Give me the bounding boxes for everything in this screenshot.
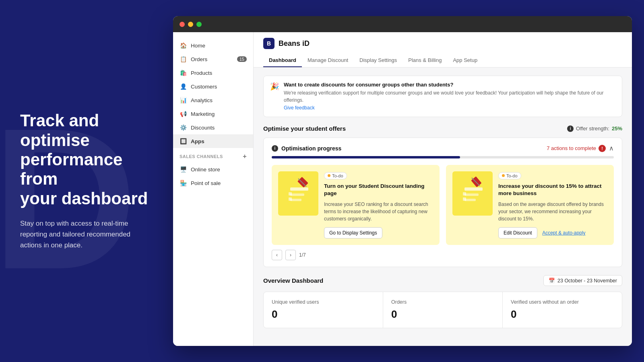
progress-card: i Optimisation progress 7 actions to com… [263, 138, 622, 267]
hero-heading: Track and optimise performance from your… [20, 111, 153, 208]
sidebar-item-discounts-label: Discounts [191, 125, 215, 131]
metrics-row: Unique verified users 0 Orders 0 Verifie… [263, 292, 622, 328]
card-title-1: Increase your discount to 15% to attract… [498, 183, 607, 198]
card-buttons-1: Edit Discount Accept & auto-apply [498, 227, 607, 239]
info-icon: i [567, 125, 574, 132]
sidebar-item-discounts[interactable]: ⚙️ Discounts [173, 121, 253, 134]
calendar-icon: 📅 [549, 278, 555, 284]
card-title-0: Turn on your Student Discount landing pa… [324, 183, 433, 198]
svg-rect-1 [290, 193, 304, 196]
todo-badge-0: To-do [324, 172, 347, 179]
date-range-picker[interactable]: 📅 23 October - 23 November [543, 275, 622, 286]
sidebar-item-home[interactable]: 🏠 Home [173, 39, 253, 52]
feedback-link[interactable]: Give feedback [284, 105, 315, 111]
card-button-0[interactable]: Go to Display Settings [324, 227, 382, 239]
pagination-prev[interactable]: ‹ [272, 250, 282, 260]
tab-plans-billing[interactable]: Plans & Billing [402, 54, 447, 67]
sidebar-item-analytics-label: Analytics [191, 97, 213, 103]
app-title: Beans iD [279, 39, 310, 48]
todo-dot-0 [328, 174, 330, 177]
browser-titlebar [173, 16, 632, 32]
app-icon: B [263, 38, 275, 49]
maximize-dot[interactable] [196, 22, 202, 27]
sidebar-item-customers[interactable]: 👤 Customers [173, 80, 253, 93]
close-dot[interactable] [180, 22, 185, 27]
tab-manage-discount[interactable]: Manage Discount [302, 54, 354, 67]
progress-bar-fill [272, 156, 460, 158]
overview-title: Overview Dashboard [263, 277, 323, 284]
action-card-0: To-do Turn on your Student Discount land… [272, 165, 440, 245]
apps-icon: 🔲 [180, 138, 187, 145]
sales-channels-label: SALES CHANNELS [180, 154, 223, 159]
card-primary-button-1[interactable]: Edit Discount [498, 227, 537, 239]
sidebar-item-point-of-sale[interactable]: 🏪 Point of sale [173, 176, 253, 190]
svg-rect-9 [464, 193, 479, 196]
card-desc-1: Based on the average discount offered by… [498, 201, 607, 222]
marketing-icon: 📢 [180, 110, 187, 117]
home-icon: 🏠 [180, 42, 187, 49]
progress-info-icon: i [272, 145, 278, 152]
hero-description: Stay on top with access to real-time rep… [20, 218, 153, 251]
sidebar-item-products[interactable]: 🛍️ Products [173, 66, 253, 80]
feedback-banner: 🎉 Want to create discounts for consumer … [263, 76, 622, 117]
actions-badge: 7 actions to complete ! [547, 145, 606, 152]
metric-unique-users: Unique verified users 0 [264, 292, 383, 328]
todo-label-1: To-do [506, 173, 518, 178]
optimise-section-header: Optimise your student offers i Offer str… [263, 125, 622, 132]
metric-unique-users-label: Unique verified users [272, 299, 375, 305]
card-body-1: To-do Increase your discount to 15% to a… [498, 171, 607, 239]
progress-title-row: i Optimisation progress [272, 145, 341, 152]
action-card-1: To-do Increase your discount to 15% to a… [446, 165, 614, 245]
main-content: B Beans iD Dashboard Manage Discount Dis… [254, 32, 632, 346]
feedback-icon: 🎉 [270, 82, 279, 91]
products-icon: 🛍️ [180, 69, 187, 76]
sidebar-item-orders[interactable]: 📋 Orders 15 [173, 52, 253, 66]
metric-verified-no-order-label: Verified users without an order [511, 299, 614, 305]
minimize-dot[interactable] [188, 22, 193, 27]
tab-display-settings[interactable]: Display Settings [354, 54, 402, 67]
sidebar-item-home-label: Home [191, 43, 205, 49]
main-header: B Beans iD Dashboard Manage Discount Dis… [254, 32, 632, 68]
left-panel: Track and optimise performance from your… [0, 87, 173, 275]
pagination-label: 1/7 [299, 252, 306, 258]
tab-dashboard[interactable]: Dashboard [263, 54, 302, 67]
card-secondary-button-1[interactable]: Accept & auto-apply [542, 230, 585, 236]
svg-rect-3 [289, 192, 292, 195]
sidebar-item-apps[interactable]: 🔲 Apps [173, 134, 253, 148]
card-illustration-1 [452, 171, 493, 216]
metric-verified-no-order: Verified users without an order 0 [503, 292, 622, 328]
sidebar-item-orders-label: Orders [191, 56, 207, 62]
svg-rect-4 [289, 197, 292, 201]
overview-header: Overview Dashboard 📅 23 October - 23 Nov… [263, 275, 622, 286]
tab-app-setup[interactable]: App Setup [447, 54, 483, 67]
metric-orders-label: Orders [391, 299, 494, 305]
pagination-row: ‹ › 1/7 [272, 250, 614, 260]
collapse-button[interactable]: ∧ [609, 144, 614, 152]
pagination-next[interactable]: › [285, 250, 296, 260]
sidebar-item-marketing-label: Marketing [191, 111, 215, 117]
sidebar-item-point-of-sale-label: Point of sale [191, 180, 221, 186]
sidebar-item-online-store-label: Online store [191, 167, 220, 173]
metric-unique-users-value: 0 [272, 308, 375, 321]
feedback-text: Want to create discounts for consumer gr… [284, 82, 615, 111]
content-body: 🎉 Want to create discounts for consumer … [254, 68, 632, 336]
customers-icon: 👤 [180, 83, 187, 90]
offer-strength: i Offer strength: 25% [567, 125, 622, 132]
todo-dot-1 [502, 174, 505, 177]
sidebar-item-marketing[interactable]: 📢 Marketing [173, 107, 253, 121]
add-channel-button[interactable]: + [243, 153, 247, 160]
sidebar-item-analytics[interactable]: 📊 Analytics [173, 93, 253, 107]
progress-title: Optimisation progress [281, 145, 341, 152]
browser-window: 🏠 Home 📋 Orders 15 🛍️ Products 👤 Custome… [173, 16, 632, 346]
orders-icon: 📋 [180, 56, 187, 63]
offer-strength-value: 25% [612, 125, 622, 132]
online-store-icon: 🖥️ [180, 166, 187, 173]
feedback-description: We're releasing verification support for… [284, 89, 615, 104]
progress-bar-container [272, 156, 614, 158]
discounts-icon: ⚙️ [180, 124, 187, 131]
app-title-row: B Beans iD [263, 38, 622, 49]
offer-strength-label: Offer strength: [576, 125, 609, 132]
sidebar-item-online-store[interactable]: 🖥️ Online store [173, 162, 253, 176]
nav-tabs: Dashboard Manage Discount Display Settin… [263, 54, 622, 67]
svg-rect-10 [464, 199, 476, 201]
